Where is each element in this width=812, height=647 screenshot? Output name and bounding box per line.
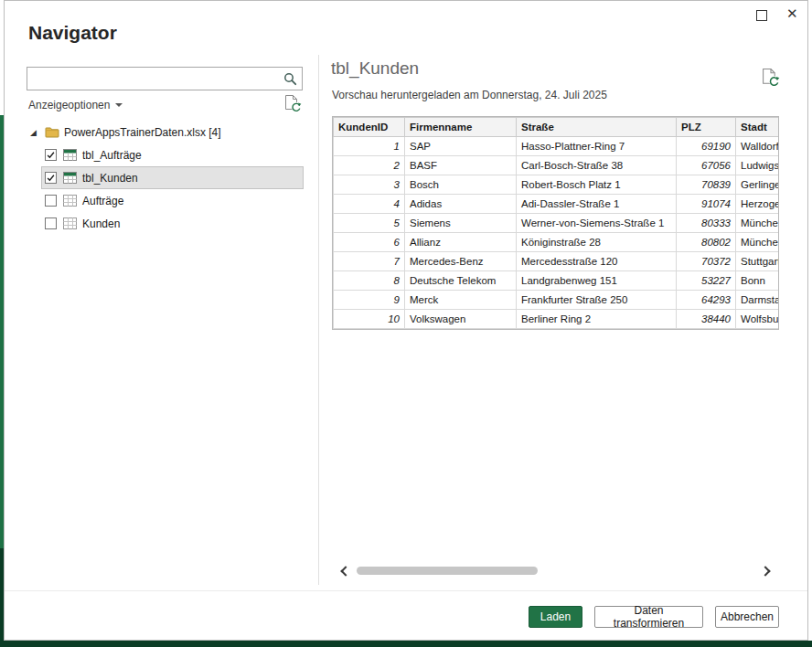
navigator-dialog-screen: ✕ Navigator Anzeigeoptionen ◢ xyxy=(0,0,812,647)
table-cell: 69190 xyxy=(677,137,736,156)
table-cell: Mercedesstraße 120 xyxy=(517,252,677,271)
search-input[interactable] xyxy=(27,68,302,90)
table-cell: Ludwigshafen xyxy=(736,156,780,175)
folder-icon xyxy=(45,126,59,138)
preview-subtitle: Vorschau heruntergeladen am Donnerstag, … xyxy=(332,89,607,101)
table-cell: München xyxy=(736,233,780,252)
preview-title: tbl_Kunden xyxy=(331,58,419,79)
table-cell: Carl-Bosch-Straße 38 xyxy=(517,156,677,175)
transform-data-button[interactable]: Daten transformieren xyxy=(594,606,703,628)
table-cell: BASF xyxy=(405,156,517,175)
tree-item-tbl_Kunden[interactable]: tbl_Kunden xyxy=(41,166,304,189)
table-cell: 8 xyxy=(334,271,405,291)
table-row: 9MerckFrankfurter Straße 25064293Darmsta… xyxy=(334,291,780,310)
table-cell: Frankfurter Straße 250 xyxy=(517,291,677,310)
table-cell: 80802 xyxy=(677,233,736,252)
display-options-button[interactable]: Anzeigeoptionen xyxy=(28,97,123,113)
table-cell: 9 xyxy=(334,291,405,310)
load-button[interactable]: Laden xyxy=(529,606,582,628)
tree-item-tbl_Aufträge[interactable]: tbl_Aufträge xyxy=(41,143,304,166)
scroll-left-arrow-icon[interactable] xyxy=(338,566,349,577)
table-cell: Volkswagen xyxy=(405,310,517,329)
table-cell: Allianz xyxy=(405,233,517,252)
tree-item-label: Kunden xyxy=(82,217,120,230)
column-header: Firmenname xyxy=(405,118,517,137)
table-cell: 53227 xyxy=(677,271,736,291)
preview-table: KundenIDFirmennameStraßePLZStadt1SAPHass… xyxy=(333,117,779,329)
table-cell: Berliner Ring 2 xyxy=(517,310,677,329)
tree-children: tbl_Aufträgetbl_KundenAufträgeKunden xyxy=(41,143,304,235)
table-cell: 7 xyxy=(334,252,405,271)
column-header: Straße xyxy=(517,118,677,137)
table-cell: 70372 xyxy=(677,252,736,271)
table-cell: 67056 xyxy=(677,156,736,175)
refresh-list-icon[interactable] xyxy=(284,94,302,112)
table-row: 7Mercedes-BenzMercedesstraße 12070372Stu… xyxy=(334,252,780,271)
pane-divider xyxy=(318,55,319,585)
table-cell: 10 xyxy=(334,310,405,329)
table-cell: Landgrabenweg 151 xyxy=(517,271,677,291)
table-row: 4AdidasAdi-Dassler-Straße 191074Herzogen… xyxy=(334,195,780,214)
tree-root-workbook[interactable]: ◢ PowerAppsTrainerDaten.xlsx [4] xyxy=(27,121,304,143)
checkbox[interactable] xyxy=(45,172,57,184)
scrollbar-thumb[interactable] xyxy=(357,567,538,575)
table-row: 2BASFCarl-Bosch-Straße 3867056Ludwigshaf… xyxy=(334,156,780,175)
table-cell: Bosch xyxy=(405,175,517,195)
table-cell: SAP xyxy=(405,137,517,156)
table-cell: Königinstraße 28 xyxy=(517,233,677,252)
table-cell: Adi-Dassler-Straße 1 xyxy=(517,195,677,214)
tree-item-Kunden[interactable]: Kunden xyxy=(41,212,304,235)
table-icon xyxy=(63,149,77,161)
horizontal-scrollbar[interactable] xyxy=(337,563,774,578)
refresh-preview-icon[interactable] xyxy=(762,68,780,87)
tree-item-Aufträge[interactable]: Aufträge xyxy=(41,189,304,212)
table-cell: 4 xyxy=(334,195,405,214)
checkbox[interactable] xyxy=(45,149,57,161)
table-cell: 91074 xyxy=(677,195,736,214)
table-cell: München xyxy=(736,214,780,233)
table-header-row: KundenIDFirmennameStraßePLZStadt xyxy=(334,118,780,137)
table-cell: Robert-Bosch Platz 1 xyxy=(517,175,677,195)
scroll-right-arrow-icon[interactable] xyxy=(761,566,772,577)
dialog-title: Navigator xyxy=(28,22,117,44)
sheet-icon xyxy=(63,195,77,207)
search-icon[interactable] xyxy=(283,72,297,86)
table-cell: Siemens xyxy=(405,214,517,233)
collapse-expander-icon[interactable]: ◢ xyxy=(30,128,40,137)
table-cell: Werner-von-Siemens-Straße 1 xyxy=(517,214,677,233)
table-cell: Bonn xyxy=(736,271,780,291)
tree-item-label: tbl_Kunden xyxy=(82,172,138,185)
excel-background-strip-bottom xyxy=(0,641,812,647)
tree-item-label: tbl_Aufträge xyxy=(82,149,142,162)
checkbox[interactable] xyxy=(45,195,57,207)
preview-table-viewport: KundenIDFirmennameStraßePLZStadt1SAPHass… xyxy=(332,116,779,330)
column-header: PLZ xyxy=(677,118,736,137)
display-options-label: Anzeigeoptionen xyxy=(28,99,110,111)
column-header: Stadt xyxy=(736,118,780,137)
table-cell: 70839 xyxy=(677,175,736,195)
table-cell: Herzogenaurach xyxy=(736,195,780,214)
table-row: 8Deutsche TelekomLandgrabenweg 15153227B… xyxy=(334,271,780,291)
table-cell: Gerlingen xyxy=(736,175,780,195)
maximize-button[interactable] xyxy=(756,10,767,21)
table-row: 10VolkswagenBerliner Ring 238440Wolfsbur… xyxy=(334,310,780,329)
sheet-icon xyxy=(63,217,77,229)
chevron-down-icon xyxy=(115,103,123,111)
tree-item-label: Aufträge xyxy=(82,195,123,207)
checkbox[interactable] xyxy=(45,217,57,229)
table-row: 5SiemensWerner-von-Siemens-Straße 180333… xyxy=(334,214,780,233)
table-cell: Walldorf xyxy=(736,137,780,156)
table-cell: 2 xyxy=(334,156,405,175)
table-cell: Stuttgart xyxy=(736,252,780,271)
table-cell: Mercedes-Benz xyxy=(405,252,517,271)
table-row: 3BoschRobert-Bosch Platz 170839Gerlingen xyxy=(334,175,780,195)
table-cell: Hasso-Plattner-Ring 7 xyxy=(517,137,677,156)
close-button[interactable]: ✕ xyxy=(786,5,798,22)
table-cell: 6 xyxy=(334,233,405,252)
workbook-label: PowerAppsTrainerDaten.xlsx [4] xyxy=(64,126,221,139)
table-cell: 80333 xyxy=(677,214,736,233)
cancel-button[interactable]: Abbrechen xyxy=(715,606,779,628)
table-cell: 38440 xyxy=(677,310,736,329)
table-cell: 1 xyxy=(334,137,405,156)
table-cell: Adidas xyxy=(405,195,517,214)
